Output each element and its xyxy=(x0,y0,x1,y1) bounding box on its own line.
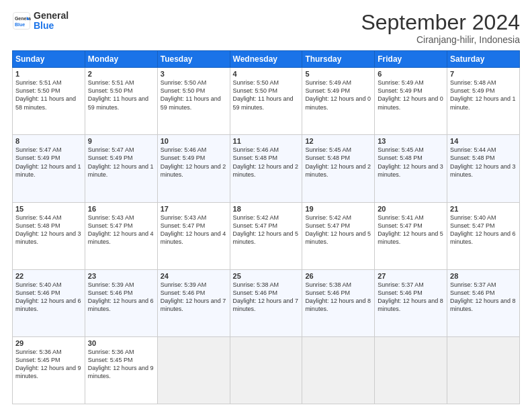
day-number: 12 xyxy=(305,137,371,145)
calendar-cell: 15Sunrise: 5:44 AMSunset: 5:48 PMDayligh… xyxy=(13,202,85,269)
calendar-cell: 1Sunrise: 5:51 AMSunset: 5:50 PMDaylight… xyxy=(13,68,85,135)
page: General Blue General Blue September 2024… xyxy=(0,0,532,411)
cell-content: Sunrise: 5:44 AMSunset: 5:48 PMDaylight:… xyxy=(450,146,516,177)
day-number: 15 xyxy=(15,205,82,213)
cell-content: Sunrise: 5:50 AMSunset: 5:50 PMDaylight:… xyxy=(161,79,221,110)
calendar-week-2: 8Sunrise: 5:47 AMSunset: 5:49 PMDaylight… xyxy=(13,135,520,202)
day-number: 21 xyxy=(450,205,517,213)
calendar-cell: 25Sunrise: 5:38 AMSunset: 5:46 PMDayligh… xyxy=(230,269,302,336)
logo-blue: Blue xyxy=(34,21,69,31)
cell-content: Sunrise: 5:40 AMSunset: 5:47 PMDaylight:… xyxy=(450,214,516,245)
day-number: 16 xyxy=(88,205,154,213)
weekday-monday: Monday xyxy=(85,51,157,68)
main-title: September 2024 xyxy=(361,11,520,34)
calendar-cell: 9Sunrise: 5:47 AMSunset: 5:49 PMDaylight… xyxy=(85,135,157,202)
calendar-week-3: 15Sunrise: 5:44 AMSunset: 5:48 PMDayligh… xyxy=(13,202,520,269)
logo-icon: General Blue xyxy=(12,11,31,30)
calendar-cell: 17Sunrise: 5:43 AMSunset: 5:47 PMDayligh… xyxy=(157,202,230,269)
day-number: 20 xyxy=(378,205,444,213)
calendar-cell: 24Sunrise: 5:39 AMSunset: 5:46 PMDayligh… xyxy=(157,269,230,336)
day-number: 9 xyxy=(88,137,154,145)
calendar-cell: 18Sunrise: 5:42 AMSunset: 5:47 PMDayligh… xyxy=(230,202,302,269)
calendar-cell: 26Sunrise: 5:38 AMSunset: 5:46 PMDayligh… xyxy=(302,269,375,336)
calendar-cell: 16Sunrise: 5:43 AMSunset: 5:47 PMDayligh… xyxy=(85,202,157,269)
calendar-week-5: 29Sunrise: 5:36 AMSunset: 5:45 PMDayligh… xyxy=(13,336,520,404)
header: General Blue General Blue September 2024… xyxy=(12,11,520,45)
day-number: 19 xyxy=(305,205,371,213)
cell-content: Sunrise: 5:39 AMSunset: 5:46 PMDaylight:… xyxy=(161,281,226,312)
cell-content: Sunrise: 5:50 AMSunset: 5:50 PMDaylight:… xyxy=(233,79,294,110)
day-number: 5 xyxy=(305,70,371,78)
cell-content: Sunrise: 5:41 AMSunset: 5:47 PMDaylight:… xyxy=(378,214,443,245)
day-number: 3 xyxy=(161,70,227,78)
day-number: 4 xyxy=(233,70,300,78)
calendar-cell: 12Sunrise: 5:45 AMSunset: 5:48 PMDayligh… xyxy=(302,135,375,202)
calendar-cell: 28Sunrise: 5:37 AMSunset: 5:46 PMDayligh… xyxy=(447,269,520,336)
weekday-thursday: Thursday xyxy=(302,51,375,68)
day-number: 29 xyxy=(15,339,82,347)
calendar-cell: 23Sunrise: 5:39 AMSunset: 5:46 PMDayligh… xyxy=(85,269,157,336)
calendar-cell: 27Sunrise: 5:37 AMSunset: 5:46 PMDayligh… xyxy=(375,269,447,336)
calendar-cell: 4Sunrise: 5:50 AMSunset: 5:50 PMDaylight… xyxy=(230,68,302,135)
calendar-cell: 14Sunrise: 5:44 AMSunset: 5:48 PMDayligh… xyxy=(447,135,520,202)
cell-content: Sunrise: 5:51 AMSunset: 5:50 PMDaylight:… xyxy=(15,79,76,110)
day-number: 24 xyxy=(161,272,227,280)
cell-content: Sunrise: 5:40 AMSunset: 5:46 PMDaylight:… xyxy=(15,281,81,312)
cell-content: Sunrise: 5:48 AMSunset: 5:49 PMDaylight:… xyxy=(450,79,516,110)
svg-text:Blue: Blue xyxy=(15,22,25,27)
cell-content: Sunrise: 5:38 AMSunset: 5:46 PMDaylight:… xyxy=(233,281,299,312)
calendar-cell: 2Sunrise: 5:51 AMSunset: 5:50 PMDaylight… xyxy=(85,68,157,135)
day-number: 26 xyxy=(305,272,371,280)
cell-content: Sunrise: 5:49 AMSunset: 5:49 PMDaylight:… xyxy=(305,79,371,110)
calendar-cell xyxy=(157,336,230,404)
day-number: 14 xyxy=(450,137,517,145)
calendar-cell: 11Sunrise: 5:46 AMSunset: 5:48 PMDayligh… xyxy=(230,135,302,202)
cell-content: Sunrise: 5:45 AMSunset: 5:48 PMDaylight:… xyxy=(378,146,443,177)
calendar-cell: 21Sunrise: 5:40 AMSunset: 5:47 PMDayligh… xyxy=(447,202,520,269)
day-number: 23 xyxy=(88,272,154,280)
day-number: 11 xyxy=(233,137,300,145)
calendar-cell xyxy=(302,336,375,404)
day-number: 25 xyxy=(233,272,300,280)
day-number: 1 xyxy=(15,70,82,78)
calendar-cell: 20Sunrise: 5:41 AMSunset: 5:47 PMDayligh… xyxy=(375,202,447,269)
calendar-cell: 19Sunrise: 5:42 AMSunset: 5:47 PMDayligh… xyxy=(302,202,375,269)
weekday-header-row: SundayMondayTuesdayWednesdayThursdayFrid… xyxy=(13,51,520,68)
cell-content: Sunrise: 5:42 AMSunset: 5:47 PMDaylight:… xyxy=(305,214,371,245)
cell-content: Sunrise: 5:37 AMSunset: 5:46 PMDaylight:… xyxy=(450,281,516,312)
calendar-cell xyxy=(447,336,520,404)
calendar-table: SundayMondayTuesdayWednesdayThursdayFrid… xyxy=(12,50,520,404)
title-section: September 2024 Ciranjang-hilir, Indonesi… xyxy=(361,11,520,45)
cell-content: Sunrise: 5:36 AMSunset: 5:45 PMDaylight:… xyxy=(88,349,154,379)
calendar-week-1: 1Sunrise: 5:51 AMSunset: 5:50 PMDaylight… xyxy=(13,68,520,135)
cell-content: Sunrise: 5:38 AMSunset: 5:46 PMDaylight:… xyxy=(305,281,371,312)
cell-content: Sunrise: 5:45 AMSunset: 5:48 PMDaylight:… xyxy=(305,146,371,177)
cell-content: Sunrise: 5:43 AMSunset: 5:47 PMDaylight:… xyxy=(88,214,154,245)
day-number: 28 xyxy=(450,272,517,280)
day-number: 22 xyxy=(15,272,82,280)
calendar-cell: 8Sunrise: 5:47 AMSunset: 5:49 PMDaylight… xyxy=(13,135,85,202)
cell-content: Sunrise: 5:37 AMSunset: 5:46 PMDaylight:… xyxy=(378,281,443,312)
day-number: 17 xyxy=(161,205,227,213)
cell-content: Sunrise: 5:39 AMSunset: 5:46 PMDaylight:… xyxy=(88,281,154,312)
calendar-cell: 6Sunrise: 5:49 AMSunset: 5:49 PMDaylight… xyxy=(375,68,447,135)
cell-content: Sunrise: 5:49 AMSunset: 5:49 PMDaylight:… xyxy=(378,79,443,110)
weekday-tuesday: Tuesday xyxy=(157,51,230,68)
calendar-cell: 30Sunrise: 5:36 AMSunset: 5:45 PMDayligh… xyxy=(85,336,157,404)
day-number: 30 xyxy=(88,339,154,347)
cell-content: Sunrise: 5:42 AMSunset: 5:47 PMDaylight:… xyxy=(233,214,299,245)
weekday-sunday: Sunday xyxy=(13,51,85,68)
day-number: 10 xyxy=(161,137,227,145)
weekday-wednesday: Wednesday xyxy=(230,51,302,68)
day-number: 8 xyxy=(15,137,82,145)
day-number: 27 xyxy=(378,272,444,280)
day-number: 6 xyxy=(378,70,444,78)
calendar-cell: 13Sunrise: 5:45 AMSunset: 5:48 PMDayligh… xyxy=(375,135,447,202)
calendar-cell xyxy=(230,336,302,404)
day-number: 2 xyxy=(88,70,154,78)
calendar-cell: 10Sunrise: 5:46 AMSunset: 5:49 PMDayligh… xyxy=(157,135,230,202)
cell-content: Sunrise: 5:36 AMSunset: 5:45 PMDaylight:… xyxy=(15,349,81,379)
calendar-cell: 22Sunrise: 5:40 AMSunset: 5:46 PMDayligh… xyxy=(13,269,85,336)
cell-content: Sunrise: 5:46 AMSunset: 5:49 PMDaylight:… xyxy=(161,146,226,177)
cell-content: Sunrise: 5:47 AMSunset: 5:49 PMDaylight:… xyxy=(88,146,154,177)
